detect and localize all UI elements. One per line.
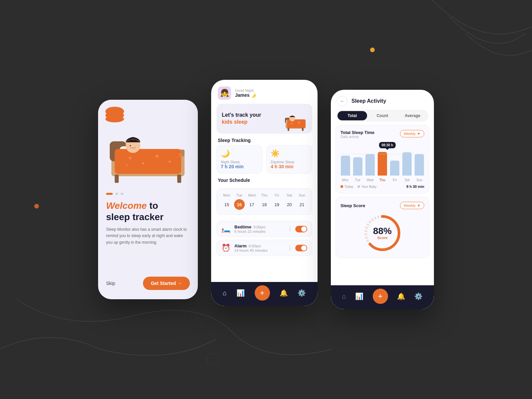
welcome-title: Welcome tosleep tracker bbox=[106, 200, 190, 222]
night-sleep-title: Night Sleep bbox=[221, 160, 258, 164]
svg-text:★: ★ bbox=[291, 122, 293, 125]
svg-text:★: ★ bbox=[168, 159, 172, 164]
svg-point-2 bbox=[207, 353, 219, 365]
date-18[interactable]: 18 bbox=[259, 199, 270, 210]
skip-button[interactable]: Skip bbox=[106, 281, 115, 286]
tab-average[interactable]: Average bbox=[398, 111, 427, 120]
svg-rect-21 bbox=[115, 175, 119, 183]
bedtime-icon: 🛏️ bbox=[221, 225, 230, 233]
night-sleep-card[interactable]: 🌙 Night Sleep 7 h 20 min bbox=[216, 145, 262, 174]
bedtime-toggle[interactable] bbox=[295, 226, 307, 232]
chart-title: Total Sleep Time bbox=[340, 130, 374, 135]
sleep-tracking-label: Sleep Tracking bbox=[211, 134, 318, 145]
nav3-home-icon[interactable]: ⌂ bbox=[342, 293, 346, 300]
score-percent: 88% bbox=[373, 226, 392, 236]
nav-bell-icon[interactable]: 🔔 bbox=[280, 289, 288, 297]
bar-tue-fill bbox=[353, 157, 362, 176]
nav3-settings-icon[interactable]: ⚙️ bbox=[414, 292, 423, 300]
get-started-button[interactable]: Get Started → bbox=[143, 277, 190, 290]
bar-mon: Mon bbox=[340, 152, 350, 182]
date-19[interactable]: 19 bbox=[272, 199, 282, 210]
carousel-dot-active[interactable] bbox=[106, 193, 113, 195]
bar-fri-label: Fri bbox=[393, 178, 397, 182]
tab-count[interactable]: Count bbox=[368, 111, 397, 120]
hero-banner: Let's track your kids sleep ★ ★ bbox=[216, 104, 312, 134]
schedule-label: Your Schedule bbox=[211, 174, 318, 185]
bar-wed: Wed bbox=[365, 152, 375, 182]
nav3-stats-icon[interactable]: 📊 bbox=[355, 292, 363, 300]
legend-baby-label: Your Baby bbox=[361, 185, 377, 189]
bar-sat: Sat bbox=[402, 152, 412, 182]
bottom-navigation-3: ⌂ 📊 + 🔔 ⚙️ bbox=[331, 285, 434, 309]
legend-today-label: Today bbox=[344, 185, 353, 189]
bar-sat-fill bbox=[402, 152, 412, 176]
bar-thu: Thu bbox=[377, 152, 387, 182]
svg-text:★: ★ bbox=[297, 121, 300, 124]
chart-subtitle: Daily activity bbox=[340, 135, 374, 139]
daytime-sleep-icon: ☀️ bbox=[271, 149, 308, 158]
svg-rect-26 bbox=[287, 119, 306, 128]
date-20[interactable]: 20 bbox=[284, 199, 295, 210]
weekly-button[interactable]: Weekly ▼ bbox=[400, 130, 424, 137]
night-sleep-icon: 🌙 bbox=[221, 149, 258, 158]
alarm-icon: ⏰ bbox=[221, 244, 230, 252]
alarm-toggle[interactable] bbox=[295, 245, 307, 251]
user-name-label: James 🌛 bbox=[235, 92, 256, 98]
alarm-duration: 14 hours 45 minutes bbox=[234, 248, 283, 252]
bar-sun-label: Sun bbox=[417, 178, 423, 182]
bottom-navigation: ⌂ 📊 + 🔔 ⚙️ bbox=[211, 282, 318, 306]
bar-chart: 08:30 h Mon Tue Wed bbox=[340, 142, 424, 182]
nav3-bell-icon[interactable]: 🔔 bbox=[397, 292, 405, 300]
svg-rect-22 bbox=[177, 175, 181, 183]
user-avatar: 👧 bbox=[218, 86, 231, 100]
bar-wed-label: Wed bbox=[367, 178, 373, 182]
nav-add-button[interactable]: + bbox=[255, 285, 270, 301]
daytime-sleep-title: Daytime Sleep bbox=[271, 160, 308, 164]
night-sleep-time: 7 h 20 min bbox=[221, 164, 258, 169]
score-title: Sleep Score bbox=[340, 203, 365, 208]
svg-point-3 bbox=[34, 204, 39, 208]
nav-stats-icon[interactable]: 📊 bbox=[236, 289, 245, 297]
bedtime-item[interactable]: 🛏️ Bedtime 9:00pm 6 hours 22 minutes ⋮ bbox=[216, 221, 312, 237]
sleep-chart-card: Total Sleep Time Daily activity Weekly ▼… bbox=[335, 125, 429, 194]
svg-text:☽: ☽ bbox=[178, 153, 182, 157]
chart-legend: Today Your Baby 8 h 30 min bbox=[340, 185, 424, 189]
carousel-dot-1[interactable] bbox=[115, 193, 118, 195]
daytime-sleep-time: 4 h 30 min bbox=[271, 164, 308, 169]
bar-mon-fill bbox=[341, 156, 350, 176]
svg-text:★: ★ bbox=[128, 155, 132, 161]
alarm-item[interactable]: ⏰ Alarm 8:00am 14 hours 45 minutes ⋮ bbox=[216, 240, 312, 256]
schedule-calendar: Mon Tue Wed Thu Fri Sat Sun 15 16 17 18 … bbox=[216, 188, 312, 215]
date-15[interactable]: 15 bbox=[221, 199, 232, 210]
bar-tue: Tue bbox=[353, 152, 362, 182]
date-16[interactable]: 16 bbox=[234, 199, 245, 210]
phone-activity: ← Sleep Activity Total Count Average Tot… bbox=[331, 90, 434, 309]
bar-sun: Sun bbox=[415, 152, 424, 182]
bedtime-menu-icon[interactable]: ⋮ bbox=[287, 226, 293, 232]
date-21[interactable]: 21 bbox=[297, 199, 307, 210]
svg-text:★: ★ bbox=[141, 161, 145, 166]
bar-tooltip: 08:30 h bbox=[379, 142, 396, 148]
score-circle: 88% Score bbox=[362, 213, 402, 253]
nav-settings-icon[interactable]: ⚙️ bbox=[298, 289, 306, 297]
phone-dashboard: 👧 Good Night James 🌛 Let's track your ki… bbox=[211, 80, 318, 306]
svg-text:★: ★ bbox=[155, 153, 159, 159]
nav3-add-button[interactable]: + bbox=[373, 289, 388, 304]
bar-fri-fill bbox=[390, 161, 399, 176]
legend-baby-dot bbox=[357, 185, 360, 188]
daytime-sleep-card[interactable]: ☀️ Daytime Sleep 4 h 30 min bbox=[266, 145, 312, 174]
bar-sat-label: Sat bbox=[405, 178, 410, 182]
bar-tue-label: Tue bbox=[355, 178, 360, 182]
date-17[interactable]: 17 bbox=[246, 199, 257, 210]
nav-home-icon[interactable]: ⌂ bbox=[223, 289, 227, 297]
bedtime-label: Bedtime 9:00pm bbox=[234, 224, 283, 229]
score-label: Score bbox=[373, 236, 392, 240]
carousel-dot-2[interactable] bbox=[121, 193, 123, 195]
score-weekly-button[interactable]: Weekly ▼ bbox=[400, 202, 424, 209]
tab-total[interactable]: Total bbox=[337, 111, 367, 120]
back-button[interactable]: ← bbox=[337, 96, 347, 106]
alarm-menu-icon[interactable]: ⋮ bbox=[287, 245, 293, 251]
bar-wed-fill bbox=[365, 154, 375, 176]
svg-rect-31 bbox=[302, 128, 304, 131]
tabs-row: Total Count Average bbox=[336, 110, 429, 122]
